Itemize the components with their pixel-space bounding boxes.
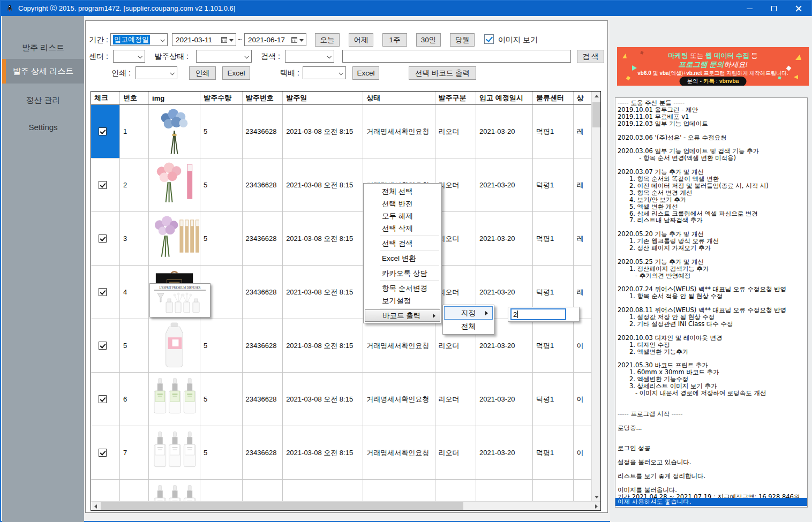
- row-checkbox[interactable]: [99, 449, 107, 457]
- column-header-3[interactable]: img: [149, 92, 200, 104]
- row-checkbox[interactable]: [99, 342, 107, 350]
- column-header-11[interactable]: 상: [574, 92, 592, 104]
- row-checkbox[interactable]: [99, 395, 107, 403]
- column-header-9[interactable]: 입고 예정일시: [476, 92, 533, 104]
- banner-text-segment: 프로그램 문의: [678, 60, 724, 69]
- product-image[interactable]: [149, 158, 200, 211]
- row-checkbox-cell[interactable]: [91, 426, 120, 479]
- row-checkbox[interactable]: [99, 127, 107, 135]
- barcode-submenu: 지정전체: [442, 305, 494, 335]
- column-header-6[interactable]: 발주일: [283, 92, 363, 104]
- minimize-button[interactable]: [737, 1, 762, 16]
- context-menu-item-1[interactable]: 전체 선택: [365, 185, 440, 198]
- scroll-up-button[interactable]: [592, 92, 601, 101]
- column-header-10[interactable]: 물류센터: [533, 92, 574, 104]
- courier-combobox[interactable]: [303, 66, 346, 79]
- close-button[interactable]: [786, 1, 811, 16]
- row-checkbox-cell[interactable]: [91, 158, 120, 211]
- barcode-count-input[interactable]: 2: [510, 308, 566, 320]
- context-menu-item-10[interactable]: 카카오톡 상담: [365, 267, 440, 279]
- row-checkbox[interactable]: [99, 181, 107, 189]
- product-image[interactable]: [149, 105, 200, 158]
- quick-button-3[interactable]: 1주: [382, 33, 407, 47]
- product-image[interactable]: [149, 426, 200, 479]
- product-image[interactable]: [149, 212, 200, 265]
- center-combobox[interactable]: [113, 50, 145, 63]
- scroll-right-button[interactable]: [592, 502, 601, 511]
- date-to-picker[interactable]: 2021-06-17: [244, 33, 306, 46]
- row-checkbox[interactable]: [99, 234, 107, 243]
- banner-text-segment: 카톡: [703, 78, 715, 84]
- column-header-4[interactable]: 발주수량: [200, 92, 243, 104]
- search-type-combobox[interactable]: [285, 50, 334, 63]
- cell: 이: [574, 373, 592, 426]
- context-menu-item-4[interactable]: 선택 삭제: [365, 222, 440, 234]
- sidebar-item-4[interactable]: Settings: [2, 115, 84, 139]
- submenu-item-2[interactable]: 전체: [444, 320, 493, 333]
- print-combobox[interactable]: [136, 66, 177, 79]
- submenu-item-1[interactable]: 지정: [444, 306, 493, 320]
- context-menu-item-barcode-print[interactable]: 바코드 출력: [365, 309, 440, 322]
- product-image[interactable]: [149, 373, 200, 426]
- quick-button-5[interactable]: 당월: [450, 33, 475, 47]
- search-input[interactable]: [342, 50, 571, 63]
- vertical-scroll-thumb[interactable]: [592, 102, 600, 127]
- sidebar-item-1[interactable]: 발주 리스트: [2, 35, 84, 60]
- row-checkbox-cell[interactable]: [91, 266, 120, 319]
- column-header-8[interactable]: 발주구분: [435, 92, 477, 104]
- quick-button-2[interactable]: 어제: [349, 33, 373, 47]
- horizontal-scrollbar[interactable]: [91, 501, 601, 510]
- vertical-scrollbar[interactable]: [591, 92, 600, 502]
- banner-text-segment: 웹 데이터 수집: [705, 52, 749, 59]
- period-combobox[interactable]: 입고예정일: [110, 33, 168, 46]
- log-textbox[interactable]: ----- 도움 주신 분들 ----- 2019.10.01 올투그린 - 제…: [615, 97, 808, 508]
- horizontal-scroll-thumb[interactable]: [101, 502, 463, 510]
- maximize-button[interactable]: [762, 1, 786, 16]
- context-menu-item-8[interactable]: Excel 변환: [365, 252, 440, 264]
- table-row-5[interactable]: 55234366282021-03-08 오전 8:15거래명세서확인요청리오더…: [91, 319, 592, 373]
- column-header-1[interactable]: 체크: [91, 92, 120, 104]
- row-checkbox-cell[interactable]: [91, 212, 120, 265]
- quick-button-4[interactable]: 30일: [416, 33, 441, 47]
- cell: 2021-03-20: [476, 426, 533, 479]
- sidebar-item-2[interactable]: 발주 상세 리스트: [2, 59, 84, 84]
- row-checkbox-cell[interactable]: [91, 373, 120, 426]
- sidebar-item-3[interactable]: 정산 관리: [2, 88, 84, 112]
- row-checkbox-cell[interactable]: [91, 319, 120, 372]
- scroll-left-button[interactable]: [91, 502, 100, 511]
- image-view-checkbox[interactable]: [484, 34, 494, 44]
- excel-button-2[interactable]: Excel: [352, 66, 379, 80]
- banner-text-segment: 마케팅: [668, 52, 688, 59]
- row-checkbox[interactable]: [99, 288, 107, 296]
- banner-text-segment: :: [715, 78, 719, 84]
- table-row-6[interactable]: 65234366282021-03-08 오전 8:15거래명세서확인요청리오더…: [91, 373, 592, 426]
- print-button[interactable]: 인쇄: [189, 66, 216, 80]
- app-window: Copyright ⓒ 2015. program1472. [supplier…: [0, 0, 812, 522]
- table-row-2[interactable]: 25234366282021-03-08 오전 8:15거래명세서확인요청리오더…: [91, 158, 592, 212]
- context-menu-item-3[interactable]: 모두 해제: [365, 210, 440, 222]
- selected-barcode-print-button[interactable]: 선택 바코드 출력: [409, 66, 476, 80]
- date-from-picker[interactable]: 2021-03-11: [172, 33, 236, 46]
- context-menu-item-2[interactable]: 선택 반전: [365, 198, 440, 210]
- scroll-down-button[interactable]: [592, 493, 601, 502]
- quick-button-1[interactable]: 오늘: [315, 33, 340, 47]
- banner-text-segment: 하세요!: [724, 60, 747, 69]
- context-menu-item-12[interactable]: 항목 순서변경: [365, 282, 440, 294]
- column-header-2[interactable]: 번호: [120, 92, 149, 104]
- row-checkbox-cell[interactable]: [91, 105, 120, 158]
- search-button[interactable]: 검 색: [577, 50, 604, 63]
- column-header-7[interactable]: 상태: [363, 92, 435, 104]
- column-header-5[interactable]: 발주번호: [243, 92, 283, 104]
- context-menu-item-13[interactable]: 보기설정: [365, 294, 440, 307]
- popup-caption: L'ESPRIT PREMIUM DIFFUSER: [160, 286, 201, 289]
- excel-button[interactable]: Excel: [222, 66, 250, 80]
- arrow-up-icon: [595, 95, 599, 97]
- chevron-down-icon: [244, 54, 249, 58]
- table-row-7[interactable]: 75234366282021-03-08 오전 8:15거래명세서확인요청리오더…: [91, 426, 592, 480]
- order-status-combobox[interactable]: [196, 50, 252, 63]
- context-menu-item-6[interactable]: 선택 검색: [365, 237, 440, 249]
- product-image[interactable]: [149, 319, 200, 372]
- ad-banner[interactable]: 마케팅 또는 웹 데이터 수집 등 프로그램 문의하세요! vb6.0 및 vb…: [617, 47, 809, 86]
- table-row-3[interactable]: 35234366282021-03-08 오전 8:15거래명세서확인요청리오더…: [91, 212, 592, 266]
- table-row-1[interactable]: 15234366282021-03-08 오전 8:15거래명세서확인요청리오더…: [91, 105, 592, 158]
